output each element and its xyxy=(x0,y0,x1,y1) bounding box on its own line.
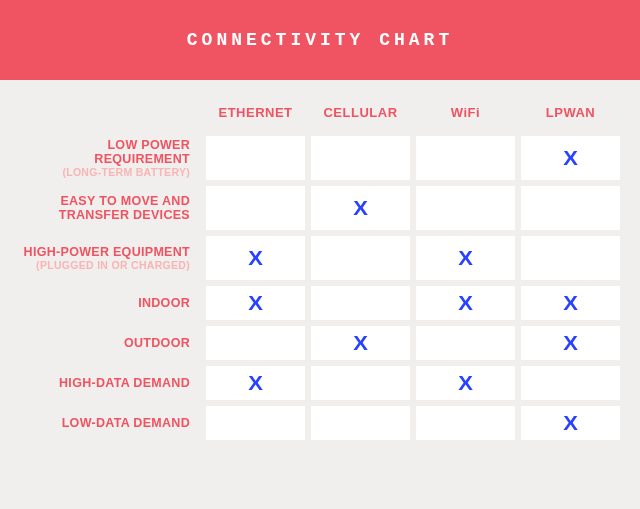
column-header: WiFi xyxy=(416,105,515,126)
grid-cell: X xyxy=(521,326,620,360)
grid-cell: X xyxy=(206,366,305,400)
grid-cell: X xyxy=(416,366,515,400)
grid-cell: X xyxy=(206,236,305,280)
row-header: HIGH-POWER EQUIPMENT(PLUGGED IN OR CHARG… xyxy=(10,245,200,271)
row-sublabel: (LONG-TERM BATTERY) xyxy=(10,166,190,178)
check-mark-icon: X xyxy=(248,292,263,315)
grid-cell xyxy=(311,236,410,280)
check-mark-icon: X xyxy=(248,247,263,270)
row-label: OUTDOOR xyxy=(10,336,190,350)
row-header: LOW POWER REQUIREMENT(LONG-TERM BATTERY) xyxy=(10,138,200,179)
check-mark-icon: X xyxy=(353,197,368,220)
row-label: INDOOR xyxy=(10,296,190,310)
row-header: INDOOR xyxy=(10,296,200,310)
grid-cell xyxy=(206,406,305,440)
grid-cell xyxy=(311,136,410,180)
check-mark-icon: X xyxy=(563,292,578,315)
grid-cell xyxy=(521,366,620,400)
grid-cell: X xyxy=(416,236,515,280)
grid-cell xyxy=(311,406,410,440)
chart-header: CONNECTIVITY CHART xyxy=(0,0,640,80)
row-header: EASY TO MOVE AND TRANSFER DEVICES xyxy=(10,194,200,223)
row-header: HIGH-DATA DEMAND xyxy=(10,376,200,390)
check-mark-icon: X xyxy=(458,372,473,395)
chart-body: ETHERNETCELLULARWiFiLPWANLOW POWER REQUI… xyxy=(0,80,640,460)
grid-cell xyxy=(416,406,515,440)
chart-title: CONNECTIVITY CHART xyxy=(187,30,453,50)
check-mark-icon: X xyxy=(563,332,578,355)
check-mark-icon: X xyxy=(563,147,578,170)
grid-cell: X xyxy=(311,186,410,230)
check-mark-icon: X xyxy=(458,292,473,315)
row-label: LOW-DATA DEMAND xyxy=(10,416,190,430)
column-header: LPWAN xyxy=(521,105,620,126)
grid-cell xyxy=(311,366,410,400)
check-mark-icon: X xyxy=(353,332,368,355)
connectivity-grid: ETHERNETCELLULARWiFiLPWANLOW POWER REQUI… xyxy=(10,100,620,440)
row-label: HIGH-DATA DEMAND xyxy=(10,376,190,390)
grid-cell: X xyxy=(521,406,620,440)
column-header: CELLULAR xyxy=(311,105,410,126)
grid-cell xyxy=(416,326,515,360)
row-label: LOW POWER REQUIREMENT xyxy=(10,138,190,167)
grid-cell: X xyxy=(521,136,620,180)
grid-cell xyxy=(416,136,515,180)
row-label: HIGH-POWER EQUIPMENT xyxy=(10,245,190,259)
row-header: OUTDOOR xyxy=(10,336,200,350)
grid-cell xyxy=(206,186,305,230)
grid-cell xyxy=(206,326,305,360)
check-mark-icon: X xyxy=(563,412,578,435)
grid-cell: X xyxy=(416,286,515,320)
grid-corner xyxy=(10,100,200,130)
row-header: LOW-DATA DEMAND xyxy=(10,416,200,430)
check-mark-icon: X xyxy=(458,247,473,270)
grid-cell xyxy=(416,186,515,230)
grid-cell xyxy=(311,286,410,320)
row-sublabel: (PLUGGED IN OR CHARGED) xyxy=(10,259,190,271)
row-label: EASY TO MOVE AND TRANSFER DEVICES xyxy=(10,194,190,223)
grid-cell: X xyxy=(311,326,410,360)
grid-cell: X xyxy=(521,286,620,320)
grid-cell xyxy=(206,136,305,180)
grid-cell xyxy=(521,236,620,280)
grid-cell: X xyxy=(206,286,305,320)
column-header: ETHERNET xyxy=(206,105,305,126)
check-mark-icon: X xyxy=(248,372,263,395)
grid-cell xyxy=(521,186,620,230)
